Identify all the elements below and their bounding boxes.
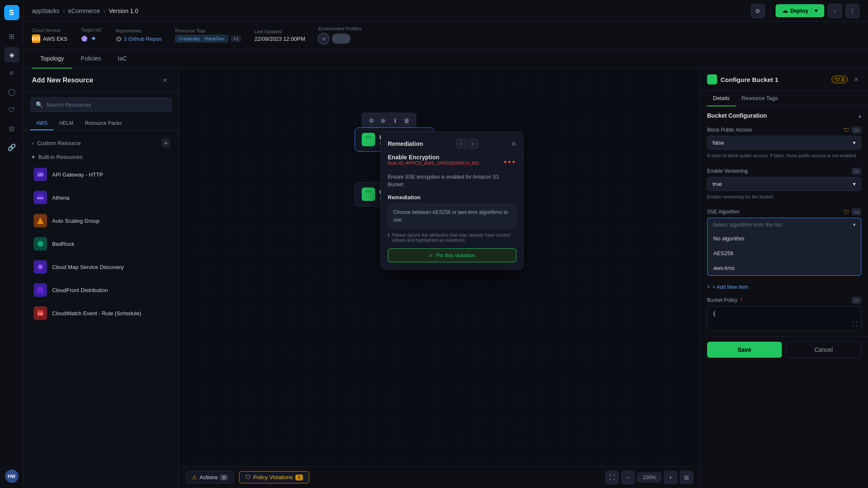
config-tab-details[interactable]: Details <box>707 91 736 106</box>
sse-dropdown-input[interactable]: Select algorithm from the list ▾ <box>707 218 861 231</box>
config-close-button[interactable]: ✕ <box>851 74 861 84</box>
tab-resource-packs[interactable]: Resource Packs <box>79 117 127 130</box>
cloud-service-info: Cloud Service EKS AWS EKS <box>32 28 68 43</box>
nav-dashboard[interactable]: ⊞ <box>4 29 19 44</box>
actions-button[interactable]: ⚠ Actions 0 <box>186 471 234 483</box>
zoom-out-button[interactable]: − <box>621 471 635 484</box>
config-tabs: Details Resource Tags <box>700 91 868 106</box>
block-public-access-label: Block Public Access 🛡 {x} <box>707 127 861 133</box>
nav-layers[interactable]: ≡ <box>4 66 19 81</box>
repo-link[interactable]: 3 Github Repos <box>124 36 162 42</box>
breadcrumb-appstacks[interactable]: appStacks <box>32 8 59 14</box>
popup-close-button[interactable]: ✕ <box>511 140 516 148</box>
tab-iac[interactable]: IaC <box>109 49 135 69</box>
bedrock-name: BedRock <box>52 241 74 247</box>
custom-resource-label: Custom Resource <box>37 140 81 146</box>
search-input[interactable] <box>46 102 166 108</box>
popup-description: Ensure SSE encryption is enabled for Ama… <box>388 173 516 188</box>
list-item[interactable]: ATH Athena <box>29 187 174 208</box>
tag-plus-badge[interactable]: +1 <box>231 35 241 42</box>
resource-tags-label: Resource Tags <box>175 28 241 33</box>
config-header: Configure Bucket 1 🛡 3 ✕ <box>700 69 868 91</box>
fix-violation-button[interactable]: ✓ Fix this violation <box>388 248 516 262</box>
add-item-label: + Add New Item <box>713 284 748 290</box>
divider <box>770 6 771 16</box>
breadcrumb-sep2: › <box>103 8 105 14</box>
panel-close-button[interactable]: ✕ <box>160 75 170 85</box>
cancel-button[interactable]: Cancel <box>786 342 862 358</box>
toolbar-copy-button[interactable]: ⊕ <box>378 116 388 126</box>
fit-view-button[interactable]: ⛶ <box>605 471 619 484</box>
toolbar-settings-button[interactable]: ⚙ <box>366 116 376 126</box>
env-toggle-icon[interactable]: ⊗ <box>318 33 329 45</box>
x-icon-2[interactable]: {x} <box>852 168 861 174</box>
block-public-access-desc: A state of block public access. If false… <box>707 152 861 159</box>
repositories-value[interactable]: ⊙ 3 Github Repos <box>116 35 162 43</box>
list-item[interactable]: Cloud Map Service Discovery <box>29 256 174 278</box>
app-logo[interactable]: S <box>4 5 19 20</box>
env-toggle[interactable] <box>332 34 350 44</box>
deploy-button[interactable]: ☁ Deploy ▾ <box>776 4 824 17</box>
target-iac-value[interactable]: ⬟ ✦ <box>81 34 103 43</box>
required-star: * <box>740 297 742 303</box>
tab-aws[interactable]: AWS <box>30 117 53 130</box>
sse-option-no-algorithm[interactable]: No algorithm <box>708 231 861 246</box>
sse-option-aes256[interactable]: AES256 <box>708 246 861 261</box>
more-button[interactable]: ⋮ <box>845 4 860 18</box>
expand-icon[interactable]: ⛶ <box>852 321 857 327</box>
tab-policies[interactable]: Policies <box>72 49 109 69</box>
popup-next-button[interactable]: › <box>468 139 478 149</box>
list-item[interactable]: CW CloudWatch Event - Rule (Schedule) <box>29 302 174 324</box>
tag-badge-main[interactable]: Createdby : StackGen <box>175 35 228 42</box>
list-item[interactable]: BedRock <box>29 233 174 255</box>
list-item[interactable]: Auto Scaling Group <box>29 210 174 232</box>
popup-prev-button[interactable]: ‹ <box>456 139 466 149</box>
toolbar-info-button[interactable]: ℹ <box>390 116 400 126</box>
sse-placeholder: Select algorithm from the list <box>713 222 781 228</box>
x-icon[interactable]: {x} <box>852 127 861 133</box>
breadcrumb-ecommerce[interactable]: eCommerce <box>68 8 100 14</box>
content-area: Add New Resource ✕ 🔍 AWS HELM Resource P… <box>24 69 868 488</box>
env-profiles-toggle[interactable]: ⊗ <box>318 33 361 45</box>
custom-resource-add[interactable]: + <box>162 139 170 147</box>
node-toolbar: ⚙ ⊕ ℹ 🗑 <box>362 113 416 129</box>
resource-list: › Custom Resource + ▾ Built-in Resources… <box>24 132 179 488</box>
violation-dots[interactable]: ••• <box>504 157 516 167</box>
nav-circle[interactable]: ◯ <box>4 84 19 99</box>
sse-option-awskms[interactable]: aws:kms <box>708 261 861 275</box>
nav-topology[interactable]: ◈ <box>4 47 19 62</box>
section-collapse-icon[interactable]: ▴ <box>858 112 861 119</box>
add-resource-panel: Add New Resource ✕ 🔍 AWS HELM Resource P… <box>24 69 179 488</box>
nav-bank[interactable]: ⊟ <box>4 121 19 136</box>
repositories-info: Repositories ⊙ 3 Github Repos <box>116 28 162 43</box>
fullscreen-button[interactable]: ⊞ <box>680 471 693 484</box>
share-button[interactable]: ↑ <box>828 4 842 18</box>
deploy-dropdown-arrow[interactable]: ▾ <box>812 8 818 14</box>
api-gateway-name: API Gateway - HTTP <box>52 171 103 178</box>
x-icon-3[interactable]: {x} <box>852 208 861 215</box>
x-icon-4[interactable]: {x} <box>852 297 861 303</box>
block-public-access-select[interactable]: false ▾ <box>707 136 861 150</box>
nav-shield[interactable]: 🛡 <box>4 103 19 118</box>
tab-helm[interactable]: HELM <box>53 117 79 130</box>
zoom-in-button[interactable]: + <box>664 471 677 484</box>
custom-resource-group[interactable]: › Custom Resource + <box>29 135 174 150</box>
config-tab-resource-tags[interactable]: Resource Tags <box>736 91 784 106</box>
policy-editor[interactable]: { ⛶ <box>707 306 861 331</box>
policy-violations-button[interactable]: 🛡 Policy Violations 5 <box>239 471 310 483</box>
built-in-resource-group[interactable]: ▾ Built-in Resources <box>29 150 174 164</box>
save-button[interactable]: Save <box>707 342 782 358</box>
toolbar-delete-button[interactable]: 🗑 <box>402 116 412 126</box>
nav-link[interactable]: 🔗 <box>4 140 19 155</box>
panel-title: Add New Resource <box>32 76 93 84</box>
policy-violations-label: Policy Violations <box>253 474 293 480</box>
settings-button[interactable]: ⚙ <box>751 4 765 18</box>
enable-versioning-select[interactable]: true ▾ <box>707 177 861 191</box>
cloudwatch-name: CloudWatch Event - Rule (Schedule) <box>52 310 141 317</box>
tab-topology[interactable]: Topology <box>32 49 72 69</box>
select-chevron: ▾ <box>853 140 856 146</box>
list-item[interactable]: API API Gateway - HTTP <box>29 164 174 185</box>
user-avatar[interactable]: HW <box>5 470 18 483</box>
list-item[interactable]: CloudFront Distribution <box>29 279 174 301</box>
add-new-item-button[interactable]: + + Add New Item <box>700 281 868 293</box>
